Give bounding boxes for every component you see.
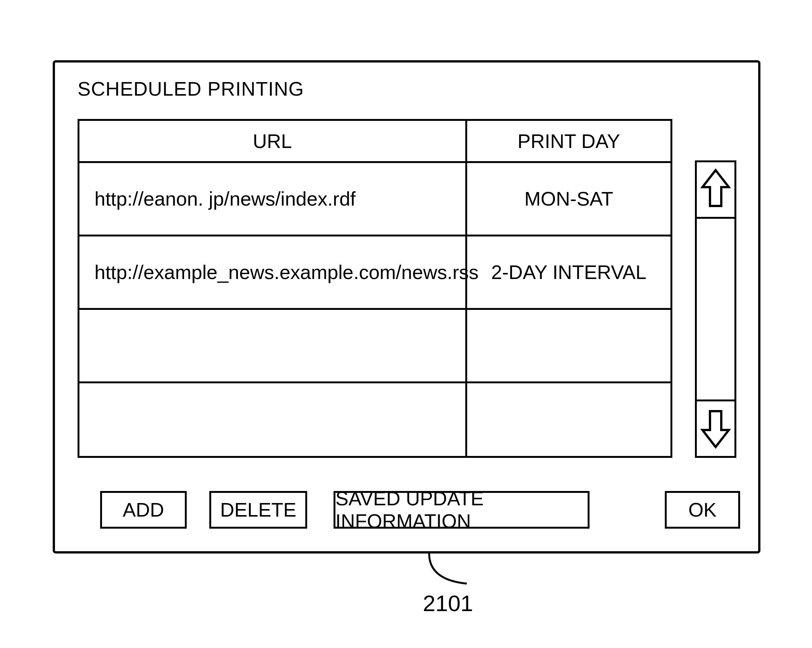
- arrow-up-icon: [701, 168, 731, 211]
- scroll-down-button[interactable]: [697, 399, 734, 456]
- cell-url: [79, 383, 467, 457]
- delete-button[interactable]: DELETE: [209, 491, 307, 529]
- scroll-up-button[interactable]: [697, 162, 734, 219]
- cell-print-day: [467, 383, 670, 457]
- button-row: ADD DELETE SAVED UPDATE INFORMATION OK: [100, 491, 740, 529]
- cell-url: [79, 310, 467, 381]
- callout-leader-icon: [425, 553, 470, 587]
- callout-annotation: 2101: [410, 553, 485, 616]
- cell-print-day: [467, 310, 670, 381]
- saved-update-information-button[interactable]: SAVED UPDATE INFORMATION: [334, 491, 589, 529]
- add-button[interactable]: ADD: [100, 491, 187, 529]
- dialog-frame: SCHEDULED PRINTING URL PRINT DAY http://…: [53, 60, 760, 553]
- callout-label: 2101: [410, 590, 485, 616]
- scrollbar: [695, 160, 736, 458]
- table-row[interactable]: [79, 310, 670, 383]
- cell-url: http://eanon. jp/news/index.rdf: [79, 163, 467, 235]
- schedule-table: URL PRINT DAY http://eanon. jp/news/inde…: [78, 119, 672, 458]
- table-row[interactable]: http://example_news.example.com/news.rss…: [79, 237, 670, 310]
- table-row[interactable]: [79, 383, 670, 457]
- cell-print-day: MON-SAT: [467, 163, 670, 235]
- arrow-down-icon: [701, 407, 731, 450]
- dialog-title: SCHEDULED PRINTING: [78, 78, 304, 100]
- cell-url: http://example_news.example.com/news.rss: [79, 237, 467, 308]
- header-print-day: PRINT DAY: [467, 121, 670, 161]
- cell-print-day: 2-DAY INTERVAL: [467, 237, 670, 308]
- ok-button[interactable]: OK: [665, 491, 740, 529]
- table-header-row: URL PRINT DAY: [79, 121, 670, 163]
- table-row[interactable]: http://eanon. jp/news/index.rdf MON-SAT: [79, 163, 670, 237]
- header-url: URL: [79, 121, 467, 161]
